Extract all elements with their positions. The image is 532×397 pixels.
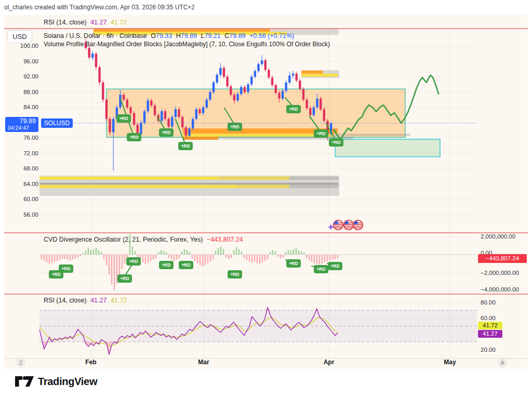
left-watermark: Z	[16, 358, 25, 367]
us-flag-icon	[353, 220, 363, 230]
us-flag-icon	[344, 220, 353, 230]
rd-badge: +RD	[314, 265, 328, 273]
cvd-tick: −4,000,000.00	[481, 286, 530, 293]
bar-countdown: 04:24:47	[5, 125, 38, 131]
close-value: 79.89	[229, 32, 245, 39]
tradingview-logo-icon	[15, 375, 34, 388]
cvd-value: −443,807.24	[207, 236, 243, 243]
rd-badge: +RD	[286, 105, 301, 113]
volume-profile-indicator-legend[interactable]: Volume Profile Bar-Magnified Order Block…	[44, 41, 330, 48]
volume-profile-bar	[183, 137, 218, 140]
price-tick: 84.00	[4, 103, 38, 111]
volume-profile-bar	[218, 177, 289, 180]
rd-badge: +RD	[49, 270, 63, 279]
economic-event-flag-icons[interactable]	[328, 220, 363, 230]
svg-text:+RD: +RD	[181, 143, 190, 149]
svg-text:+RD: +RD	[316, 267, 325, 272]
rd-badge: +RD	[286, 259, 301, 268]
svg-text:+RD: +RD	[51, 272, 60, 277]
rsi-main-badge: 41.27	[478, 330, 502, 338]
svg-text:+RD: +RD	[230, 124, 239, 129]
low-value: 79.21	[204, 32, 220, 39]
rsi-pane[interactable]	[39, 307, 477, 354]
rsi-smooth-value: 41.72	[111, 297, 127, 304]
volume-profile-bar	[301, 74, 338, 77]
rsi-tick: 80.00	[481, 299, 530, 306]
high-label: H	[176, 32, 181, 39]
indicator-title: RSI (14, close)	[44, 19, 87, 26]
volume-profile-bar	[237, 185, 289, 188]
rd-badge: +RD	[228, 270, 242, 279]
us-flag-icon	[334, 220, 343, 230]
time-axis-label: Feb	[79, 359, 102, 366]
svg-text:+RD: +RD	[181, 262, 190, 268]
high-value: 79.89	[181, 32, 197, 39]
cvd-title: CVD Divergence Oscillator (2, 21, Period…	[44, 236, 203, 243]
price-tick: 72.00	[4, 150, 38, 157]
rsi-smooth-value: 41.72	[111, 19, 127, 26]
order-block-green	[335, 139, 440, 157]
svg-text:+RD: +RD	[330, 263, 339, 269]
time-axis-label: Mar	[192, 359, 215, 366]
volume-profile-bar	[38, 183, 338, 185]
currency-scale-button[interactable]: USD	[7, 30, 32, 43]
rsi-main-value: 41.27	[90, 297, 107, 304]
tradingview-chart-screenshot: ol_charles created with TradingView.com,…	[0, 0, 532, 397]
tradingview-logo: TradingView	[15, 375, 97, 388]
rd-badge: +RD	[329, 138, 343, 147]
rd-badge: +RD	[117, 274, 132, 283]
rsi-top-legend[interactable]: RSI (14, close) 41.27 41.72	[44, 19, 129, 26]
close-label: C	[224, 32, 229, 39]
price-tick: 76.00	[4, 134, 38, 141]
chart-canvas[interactable]: +RD+RD+RD+RD+RD+RD+RD+RD+RD+RD+RD+RD+RD+…	[0, 0, 532, 397]
rd-badge: +RD	[228, 123, 242, 131]
svg-text:+RD: +RD	[119, 116, 128, 121]
last-price: 79.89	[5, 117, 38, 125]
change-value: +0.56 (+0.71%)	[249, 32, 294, 39]
open-label: O	[151, 32, 156, 39]
tradingview-logo-text: TradingView	[38, 376, 97, 388]
last-price-badge: 79.89 04:24:47	[5, 117, 38, 132]
rsi-tick: 20.00	[481, 346, 530, 353]
svg-text:+RD: +RD	[120, 276, 129, 281]
volume-profile-bar	[301, 71, 323, 74]
rsi-main-value: 41.27	[90, 19, 107, 26]
price-tick: 60.00	[4, 195, 38, 203]
rsi-tick: 60.00	[481, 314, 530, 322]
rsi-bottom-legend[interactable]: RSI (14, close) 41.27 41.72	[44, 297, 129, 304]
symbol-title: Solana / U.S. Dollar · 6h · Coinbase	[44, 32, 147, 39]
svg-text:+RD: +RD	[331, 140, 340, 145]
open-value: 79.33	[156, 32, 172, 39]
rd-badge: +RD	[178, 142, 193, 150]
rsi-overbought-fill	[39, 307, 338, 310]
price-pane[interactable]: +RD+RD+RD+RD+RD+RD+RD+RD	[38, 29, 440, 196]
volume-profile-bar	[289, 177, 338, 180]
cvd-tick: −2,000,000.00	[481, 269, 530, 276]
cvd-value-badge: −443,807.24	[478, 254, 527, 263]
svg-text:+RD: +RD	[162, 262, 170, 268]
rsi-title: RSI (14, close)	[44, 297, 87, 304]
time-axis-label: May	[438, 359, 461, 366]
price-tick: 96.00	[4, 58, 38, 65]
volume-profile-bar	[183, 134, 332, 137]
time-axis-label: Apr	[317, 359, 340, 366]
symbol-legend[interactable]: Solana / U.S. Dollar · 6h · Coinbase O79…	[44, 32, 296, 39]
rsi-smooth-badge: 41.72	[478, 322, 502, 329]
rd-badge: +RD	[127, 133, 141, 141]
price-tick: 64.00	[4, 180, 38, 188]
rd-badge: +RD	[159, 261, 174, 269]
price-tick: 56.00	[4, 211, 38, 218]
svg-text:+RD: +RD	[289, 261, 298, 266]
cvd-legend[interactable]: CVD Divergence Oscillator (2, 21, Period…	[44, 236, 245, 243]
price-tick: 88.00	[4, 88, 38, 96]
price-tick: 92.00	[4, 73, 38, 80]
svg-text:+RD: +RD	[230, 272, 239, 277]
price-tick: 68.00	[4, 165, 38, 172]
svg-text:+RD: +RD	[129, 259, 138, 264]
volume-profile-bar	[39, 177, 218, 180]
rd-badge: +RD	[179, 261, 193, 269]
right-watermark: A	[498, 358, 507, 367]
volume-profile-bar	[289, 185, 338, 188]
symbol-price-label: SOLUSD	[41, 118, 73, 128]
rd-badge: +RD	[314, 129, 328, 138]
